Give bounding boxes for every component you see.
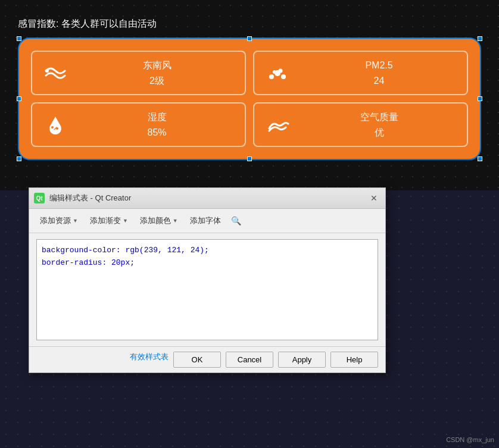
humidity-info: 湿度 85% bbox=[77, 109, 236, 140]
svg-point-0 bbox=[45, 69, 49, 73]
svg-point-3 bbox=[281, 74, 286, 79]
add-gradient-button[interactable]: 添加渐变 ▼ bbox=[86, 214, 132, 228]
handle-ml[interactable] bbox=[17, 96, 21, 101]
dialog-titlebar[interactable]: Qt 编辑样式表 - Qt Creator ✕ bbox=[29, 188, 385, 209]
handle-tc[interactable] bbox=[247, 36, 252, 41]
add-gradient-arrow: ▼ bbox=[123, 218, 128, 224]
humidity-icon bbox=[40, 110, 70, 140]
watermark: CSDN @mx_jun bbox=[446, 436, 494, 443]
weather-widget-container: 感冒指数: 各类人群可以自由活动 东南风 bbox=[18, 18, 481, 160]
add-font-button[interactable]: 添加字体 bbox=[186, 214, 224, 228]
svg-point-1 bbox=[269, 74, 274, 79]
weather-card-humidity: 湿度 85% bbox=[31, 102, 246, 147]
weather-card-wind: 东南风 2级 bbox=[31, 51, 246, 95]
air-label: 空气质量 bbox=[360, 109, 398, 125]
weather-card-pm25: PM2.5 24 bbox=[253, 51, 468, 95]
weather-widget-frame[interactable]: 东南风 2级 PM2.5 24 bbox=[18, 37, 481, 160]
svg-point-4 bbox=[273, 70, 276, 74]
help-button[interactable]: Help bbox=[330, 352, 378, 368]
humidity-value: 85% bbox=[147, 125, 166, 140]
pm25-info: PM2.5 24 bbox=[300, 58, 459, 88]
close-button[interactable]: ✕ bbox=[367, 192, 381, 205]
svg-point-5 bbox=[279, 68, 283, 73]
ok-button[interactable]: OK bbox=[173, 352, 221, 368]
air-info: 空气质量 优 bbox=[300, 109, 459, 140]
handle-tl[interactable] bbox=[17, 36, 21, 41]
wind-label: 东南风 bbox=[143, 58, 171, 73]
qt-dialog[interactable]: Qt 编辑样式表 - Qt Creator ✕ 添加资源 ▼ 添加渐变 ▼ 添加… bbox=[29, 187, 386, 373]
handle-bl[interactable] bbox=[17, 156, 21, 161]
pm25-value: 24 bbox=[374, 73, 385, 89]
dialog-button-bar: 有效样式表 OK Cancel Apply Help bbox=[29, 346, 385, 372]
qt-logo: Qt bbox=[34, 193, 45, 203]
handle-bc[interactable] bbox=[247, 156, 252, 161]
search-button[interactable]: 🔍 bbox=[229, 214, 243, 228]
cancel-button[interactable]: Cancel bbox=[226, 352, 273, 368]
wind-icon bbox=[40, 58, 70, 88]
style-editor[interactable]: background-color: rgb(239, 121, 24); bor… bbox=[36, 239, 378, 340]
dialog-title: 编辑样式表 - Qt Creator bbox=[49, 193, 363, 203]
weather-card-air: 空气质量 优 bbox=[253, 102, 468, 147]
editor-line2: border-radius: 20px; bbox=[42, 257, 373, 270]
dialog-toolbar: 添加资源 ▼ 添加渐变 ▼ 添加颜色 ▼ 添加字体 🔍 bbox=[29, 209, 385, 233]
humidity-label: 湿度 bbox=[148, 109, 167, 125]
handle-mr[interactable] bbox=[478, 96, 482, 101]
valid-style-label: 有效样式表 bbox=[130, 352, 169, 368]
add-resource-button[interactable]: 添加资源 ▼ bbox=[36, 214, 82, 228]
wind-info: 东南风 2级 bbox=[77, 58, 236, 88]
handle-tr[interactable] bbox=[478, 36, 482, 41]
pm25-label: PM2.5 bbox=[365, 58, 392, 73]
weather-grid: 东南风 2级 PM2.5 24 bbox=[31, 51, 468, 147]
svg-point-6 bbox=[51, 126, 54, 129]
add-resource-arrow: ▼ bbox=[73, 218, 78, 224]
cold-index-label: 感冒指数: 各类人群可以自由活动 bbox=[18, 18, 481, 30]
add-color-button[interactable]: 添加颜色 ▼ bbox=[136, 214, 182, 228]
air-value: 优 bbox=[375, 125, 384, 140]
handle-br[interactable] bbox=[478, 156, 482, 161]
apply-button[interactable]: Apply bbox=[278, 352, 326, 368]
editor-line1: background-color: rgb(239, 121, 24); bbox=[42, 245, 373, 257]
air-icon bbox=[263, 110, 292, 140]
pm25-icon bbox=[263, 58, 292, 88]
wind-level: 2级 bbox=[149, 73, 164, 89]
add-color-arrow: ▼ bbox=[173, 218, 178, 224]
